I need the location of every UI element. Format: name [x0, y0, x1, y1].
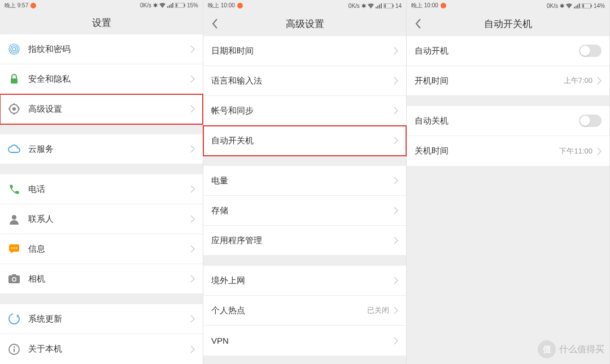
list-item[interactable]: 境外上网 — [203, 266, 406, 296]
list-item[interactable]: 帐号和同步 — [203, 96, 406, 126]
list-item[interactable]: 日期和时间 — [203, 36, 406, 66]
row-label: 电话 — [28, 184, 190, 195]
list-item[interactable]: 关于本机 — [0, 334, 203, 364]
header: 高级设置 — [203, 11, 406, 36]
list-item[interactable]: 自动开机 — [407, 36, 609, 66]
svg-point-17 — [16, 247, 17, 248]
chevron-right-icon — [190, 315, 195, 323]
chevron-right-icon — [190, 105, 195, 113]
back-button[interactable] — [211, 18, 218, 29]
svg-rect-24 — [14, 349, 15, 352]
list-item[interactable]: 联系人 — [0, 204, 203, 234]
watermark-text: 什么值得买 — [559, 344, 604, 356]
status-speed: 0K/s — [140, 2, 151, 8]
signal-icon — [376, 3, 382, 8]
auto-power-list: 自动开机开机时间上午7:00自动关机关机时间下午11:00 — [407, 36, 609, 166]
list-item[interactable]: 电量 — [203, 166, 406, 196]
header: 自动开关机 — [407, 11, 609, 36]
row-label: 境外上网 — [211, 275, 394, 286]
list-item[interactable]: 存储 — [203, 196, 406, 226]
status-battery: 14% — [594, 3, 605, 9]
toggle-switch[interactable] — [579, 115, 602, 127]
list-item[interactable]: 自动关机 — [407, 106, 609, 136]
list-item[interactable]: 个人热点已关闭 — [203, 296, 406, 326]
row-label: 开机时间 — [415, 76, 564, 86]
back-button[interactable] — [415, 18, 421, 29]
list-item[interactable]: 相机 — [0, 264, 203, 294]
phone-icon — [8, 183, 20, 195]
row-label: 指纹和密码 — [28, 44, 190, 55]
chevron-right-icon — [597, 147, 602, 155]
battery-icon — [582, 3, 592, 8]
row-value: 下午11:00 — [559, 146, 592, 156]
chevron-right-icon — [394, 47, 398, 55]
row-label: 应用程序管理 — [211, 235, 394, 246]
list-item[interactable]: 电话 — [0, 174, 203, 204]
row-label: 系统更新 — [28, 314, 190, 324]
list-item[interactable]: 安全和隐私 — [0, 64, 203, 94]
list-item[interactable]: 系统更新 — [0, 304, 203, 334]
list-item[interactable]: 自动开关机 — [203, 126, 406, 156]
svg-point-13 — [12, 215, 16, 220]
list-item[interactable]: 开机时间上午7:00 — [407, 66, 609, 96]
row-label: 自动关机 — [415, 116, 579, 126]
row-label: 个人热点 — [211, 305, 367, 316]
row-value: 已关闭 — [367, 305, 389, 315]
list-item[interactable]: 云服务 — [0, 134, 203, 164]
settings-list: 指纹和密码安全和隐私高级设置云服务电话联系人信息相机系统更新关于本机 — [0, 34, 203, 364]
status-speed: 0K/s — [348, 3, 360, 9]
list-item[interactable]: 高级设置 — [0, 94, 203, 124]
gear-icon — [8, 103, 20, 115]
list-item[interactable]: 应用程序管理 — [203, 226, 406, 256]
status-speed: 0K/s — [547, 3, 558, 9]
about-icon — [8, 343, 20, 356]
row-label: 电量 — [211, 176, 394, 186]
page-title: 自动开关机 — [484, 17, 532, 30]
status-battery: 15% — [187, 2, 198, 8]
chevron-right-icon — [394, 277, 398, 284]
advanced-settings-panel: 晚上 10:00 0K/s ✱ 14 高级设置 日期和时间语言和输入法帐号和同步… — [203, 0, 407, 364]
chevron-right-icon — [394, 177, 398, 185]
contact-icon — [8, 213, 20, 225]
row-label: 云服务 — [28, 144, 190, 155]
row-label: 相机 — [28, 274, 190, 284]
chevron-right-icon — [394, 77, 398, 85]
header: 设置 — [0, 11, 203, 34]
notification-dot-icon — [237, 3, 243, 8]
list-item[interactable]: 指纹和密码 — [0, 34, 203, 64]
fingerprint-icon — [8, 43, 20, 55]
wifi-icon — [368, 3, 374, 8]
svg-point-20 — [13, 278, 16, 281]
page-title: 高级设置 — [286, 17, 324, 30]
status-time: 晚上 10:00 — [411, 2, 438, 10]
row-label: 自动开机 — [415, 46, 579, 56]
chevron-right-icon — [394, 236, 398, 244]
signal-icon — [167, 3, 173, 8]
svg-point-4 — [11, 46, 18, 52]
chevron-right-icon — [394, 337, 398, 345]
svg-rect-27 — [384, 4, 386, 7]
row-label: 存储 — [211, 205, 394, 216]
list-item[interactable]: 语言和输入法 — [203, 66, 406, 96]
svg-point-15 — [11, 247, 12, 248]
toggle-switch[interactable] — [579, 45, 602, 57]
signal-icon — [574, 3, 580, 8]
svg-rect-30 — [582, 4, 584, 7]
update-icon — [8, 313, 20, 325]
chevron-right-icon — [394, 137, 398, 144]
cloud-icon — [8, 143, 20, 155]
advanced-list: 日期和时间语言和输入法帐号和同步自动开关机电量存储应用程序管理境外上网个人热点已… — [203, 36, 406, 356]
notification-dot-icon — [30, 3, 36, 8]
list-item[interactable]: 信息 — [0, 234, 203, 264]
list-item[interactable]: 关机时间下午11:00 — [407, 136, 609, 166]
chevron-right-icon — [190, 245, 195, 253]
chevron-right-icon — [190, 45, 195, 53]
svg-rect-1 — [184, 5, 185, 7]
row-value: 上午7:00 — [564, 76, 592, 86]
chevron-right-icon — [597, 77, 602, 85]
bluetooth-icon: ✱ — [153, 2, 158, 8]
watermark: 值 什么值得买 — [538, 340, 604, 358]
list-item[interactable]: VPN — [203, 326, 406, 356]
status-time: 晚上 9:57 — [5, 2, 28, 10]
row-label: 关于本机 — [28, 344, 190, 354]
